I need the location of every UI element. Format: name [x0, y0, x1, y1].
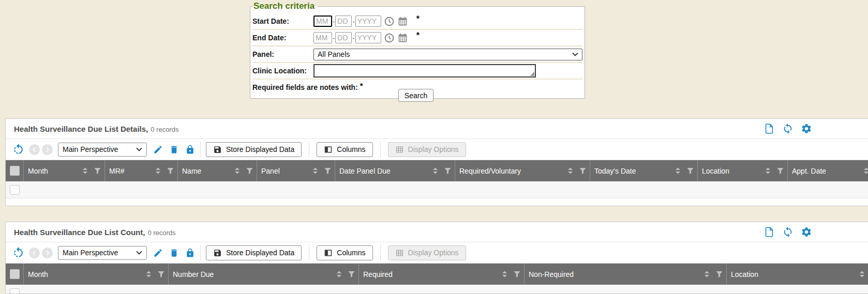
- sort-icon[interactable]: [703, 270, 711, 278]
- clinic-location-input[interactable]: [313, 64, 536, 78]
- sort-icon[interactable]: [335, 270, 343, 278]
- document-icon[interactable]: [764, 123, 775, 134]
- filter-icon[interactable]: [157, 270, 165, 278]
- start-date-yyyy-input[interactable]: [355, 16, 381, 27]
- lock-icon[interactable]: [185, 145, 195, 154]
- column-header-month[interactable]: Month: [24, 264, 169, 285]
- filter-icon[interactable]: [167, 167, 174, 175]
- nav-forward-icon[interactable]: [42, 247, 53, 258]
- grid-titlebar: Health Surveillance Due List Details,0 r…: [6, 119, 868, 139]
- panel-select[interactable]: All Panels: [313, 49, 582, 60]
- filter-icon[interactable]: [444, 167, 452, 175]
- sort-icon[interactable]: [501, 270, 508, 278]
- calendar-icon[interactable]: [397, 16, 408, 27]
- edit-pencil-icon[interactable]: [153, 248, 163, 258]
- column-header-non-required[interactable]: Non-Required: [525, 264, 727, 285]
- display-options-button: Display Options: [388, 142, 466, 157]
- chevron-down-icon: [572, 52, 578, 56]
- perspective-select[interactable]: Main Perspective: [58, 246, 147, 260]
- required-marker: *: [416, 31, 420, 40]
- sort-icon[interactable]: [764, 167, 772, 175]
- settings-gear-icon[interactable]: [801, 123, 812, 134]
- grid-title: Health Surveillance Due List Details,0 r…: [14, 125, 178, 133]
- grid-toolbar: Main Perspective Store Displayed Data Co…: [6, 139, 868, 160]
- start-date-mm-input[interactable]: [313, 16, 332, 27]
- column-header-required[interactable]: Required: [359, 264, 525, 285]
- store-displayed-data-button[interactable]: Store Displayed Data: [206, 142, 302, 157]
- filter-icon[interactable]: [513, 270, 521, 278]
- sort-icon[interactable]: [145, 270, 153, 278]
- refresh-icon[interactable]: [782, 123, 794, 134]
- edit-pencil-icon[interactable]: [153, 145, 163, 154]
- filter-icon[interactable]: [246, 167, 253, 175]
- row-checkbox[interactable]: [10, 185, 20, 195]
- filter-icon[interactable]: [348, 270, 355, 278]
- reset-undo-icon[interactable]: [12, 143, 25, 156]
- column-label: Location: [702, 167, 759, 175]
- sort-icon[interactable]: [674, 167, 682, 175]
- select-all-checkbox[interactable]: [10, 166, 20, 176]
- delete-trash-icon[interactable]: [169, 145, 179, 154]
- settings-gear-icon[interactable]: [801, 226, 812, 238]
- column-header-location[interactable]: Location: [727, 264, 868, 285]
- column-header-today-s-date[interactable]: Today's Date: [590, 160, 698, 181]
- column-header-month[interactable]: Month: [24, 160, 105, 181]
- filter-icon[interactable]: [686, 167, 694, 175]
- column-header-date-panel-due[interactable]: Date Panel Due: [335, 160, 455, 181]
- sort-icon[interactable]: [862, 167, 868, 175]
- filter-icon[interactable]: [579, 167, 587, 175]
- reset-undo-icon[interactable]: [12, 246, 25, 259]
- clinic-location-row: Clinic Location:: [252, 63, 582, 80]
- select-all-checkbox[interactable]: [10, 269, 20, 279]
- save-floppy-icon: [213, 249, 222, 257]
- toolbar-divider: [380, 245, 381, 260]
- end-date-yyyy-input[interactable]: [355, 32, 381, 43]
- empty-table-row: [6, 285, 868, 294]
- calendar-icon[interactable]: [397, 33, 408, 43]
- sort-icon[interactable]: [431, 167, 439, 175]
- resize-grip[interactable]: [530, 71, 534, 76]
- sort-icon[interactable]: [81, 167, 89, 175]
- refresh-icon[interactable]: [782, 226, 794, 238]
- nav-forward-icon[interactable]: [42, 144, 53, 155]
- column-header-name[interactable]: Name: [178, 160, 257, 181]
- end-date-dd-input[interactable]: [335, 32, 352, 43]
- column-label: Name: [182, 167, 229, 175]
- sort-icon[interactable]: [154, 167, 162, 175]
- perspective-select-value: Main Perspective: [63, 145, 118, 153]
- grid-titlebar: Health Surveillance Due List Count,0 rec…: [6, 222, 868, 242]
- row-checkbox[interactable]: [10, 288, 20, 294]
- delete-trash-icon[interactable]: [169, 248, 179, 258]
- filter-icon[interactable]: [715, 270, 723, 278]
- filter-icon[interactable]: [776, 167, 784, 175]
- column-header-location[interactable]: Location: [698, 160, 788, 181]
- search-button[interactable]: Search: [398, 89, 433, 102]
- sort-icon[interactable]: [566, 167, 574, 175]
- end-date-mm-input[interactable]: [313, 32, 332, 43]
- column-header-panel[interactable]: Panel: [257, 160, 335, 181]
- sort-icon[interactable]: [233, 167, 241, 175]
- clock-icon[interactable]: [384, 16, 395, 27]
- sort-icon[interactable]: [858, 270, 866, 278]
- panel-label: Panel:: [252, 50, 313, 58]
- start-date-dd-input[interactable]: [335, 16, 352, 27]
- perspective-select[interactable]: Main Perspective: [58, 143, 147, 157]
- filter-icon[interactable]: [94, 167, 101, 175]
- store-displayed-data-button[interactable]: Store Displayed Data: [206, 245, 302, 260]
- grid-due-list-details: Health Surveillance Due List Details,0 r…: [5, 118, 868, 206]
- column-header-required-voluntary[interactable]: Required/Voluntary: [455, 160, 590, 181]
- display-options-grid-icon: [395, 249, 404, 257]
- column-header-number-due[interactable]: Number Due: [169, 264, 359, 285]
- filter-icon[interactable]: [324, 167, 332, 175]
- column-header-mr-[interactable]: MR#: [105, 160, 178, 181]
- nav-back-icon[interactable]: [29, 247, 40, 258]
- document-icon[interactable]: [764, 226, 775, 238]
- columns-button[interactable]: Columns: [317, 142, 372, 157]
- lock-icon[interactable]: [185, 248, 195, 258]
- nav-back-icon[interactable]: [29, 144, 40, 155]
- clock-icon[interactable]: [384, 33, 395, 43]
- column-header-appt-date[interactable]: Appt. Date: [788, 160, 868, 181]
- columns-button[interactable]: Columns: [317, 245, 372, 260]
- sort-icon[interactable]: [311, 167, 319, 175]
- toolbar-divider: [200, 142, 201, 157]
